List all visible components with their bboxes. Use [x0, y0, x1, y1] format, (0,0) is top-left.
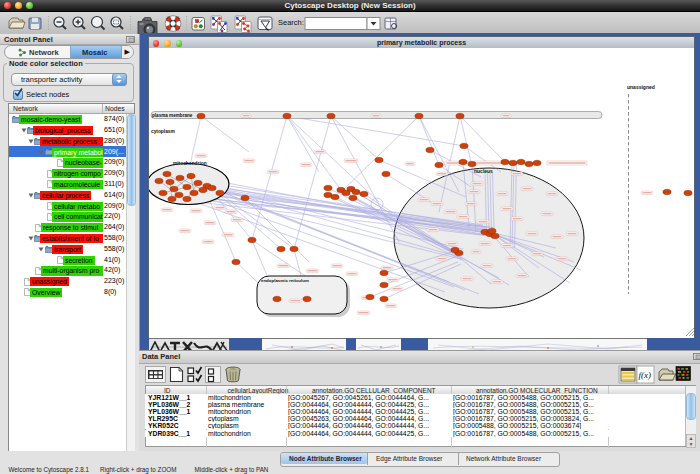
svg-text:f(x): f(x)	[639, 370, 652, 380]
svg-text:plasma membrane: plasma membrane	[152, 113, 193, 118]
svg-text:mitochondrion: mitochondrion	[173, 160, 207, 165]
svg-text:endoplasmic reticulum: endoplasmic reticulum	[261, 277, 309, 282]
svg-text:cytoplasm: cytoplasm	[151, 129, 175, 134]
svg-text:unassigned: unassigned	[627, 84, 655, 90]
svg-text:nucleus: nucleus	[474, 168, 493, 174]
